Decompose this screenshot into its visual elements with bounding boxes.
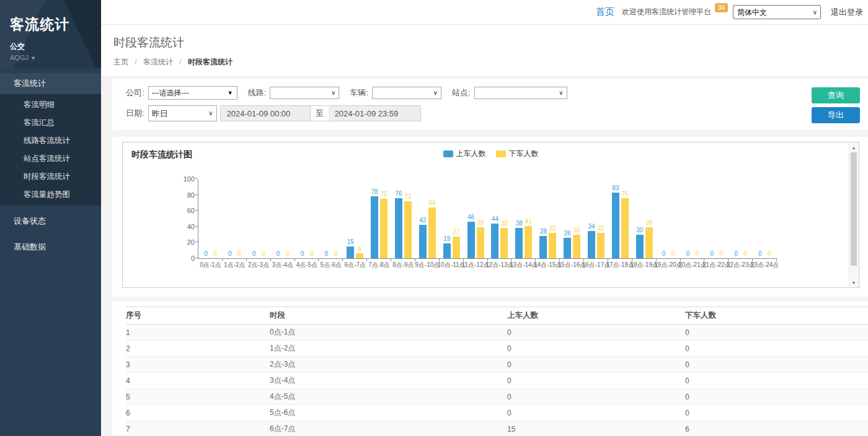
table-cell: 5 [126, 393, 270, 401]
y-axis-tick-label: 80 [176, 191, 195, 199]
app-logo-title: 客流统计 [10, 15, 101, 34]
table-row[interactable]: 76点-7点156 [126, 421, 868, 435]
vehicle-select[interactable] [372, 87, 441, 99]
scroll-up-icon[interactable]: ▲ [849, 143, 858, 152]
logout-link[interactable]: 退出登录 [831, 7, 863, 18]
bar-value-label: 72 [404, 193, 411, 201]
date-range-separator: 至 [311, 105, 329, 121]
sidebar-menu: 客流统计客流明细客流汇总线路客流统计站点客流统计时段客流统计客流量趋势图设备状态… [0, 73, 101, 258]
legend-label: 上车人数 [456, 149, 486, 159]
y-axis-tick [195, 226, 198, 227]
date-to-input[interactable] [329, 105, 421, 121]
y-axis-tick-label: 60 [176, 207, 195, 214]
breadcrumb-separator: / [135, 58, 136, 66]
line-select[interactable] [270, 87, 339, 99]
bar-boarding [419, 225, 427, 258]
table-row[interactable]: 21点-2点00 [126, 341, 868, 357]
boarding-bar-column: 0 [732, 180, 740, 258]
alighting-bar-column: 0 [332, 180, 340, 258]
filter-row-1: 公司: ---请选择--- ▼ 线路: ∨ [126, 86, 868, 100]
bar-boarding [395, 198, 402, 258]
alighting-bar-column: 27 [452, 180, 460, 258]
table-cell: 0 [507, 393, 685, 401]
bar-value-label: 0 [758, 250, 762, 258]
boarding-bar-column: 0 [756, 180, 764, 258]
bar-alighting [525, 226, 532, 258]
table-cell: 0 [507, 328, 685, 337]
company-select[interactable]: ---请选择--- [148, 86, 237, 100]
bar-boarding [371, 196, 378, 258]
boarding-bar-column: 76 [394, 180, 402, 258]
scrollbar-thumb[interactable] [851, 152, 857, 266]
scroll-down-icon[interactable]: ▼ [849, 278, 858, 287]
bar-value-label: 0 [711, 250, 714, 258]
station-filter: 站点: ∨ [452, 87, 567, 99]
org-selector[interactable]: AQGJ▼ [10, 54, 101, 61]
bar-value-label: 28 [540, 228, 547, 235]
bar-alighting [453, 237, 460, 258]
bar-value-label: 0 [310, 250, 314, 258]
sidebar-subitem[interactable]: 线路客流统计 [0, 132, 101, 150]
bar-group: 0019点-20点 [657, 180, 681, 258]
bar-value-label: 32 [549, 225, 556, 232]
chart-scrollbar[interactable]: ▲ ▼ [849, 143, 858, 287]
sidebar-subitem[interactable]: 站点客流统计 [0, 150, 101, 168]
bar-alighting [356, 253, 363, 258]
table-row[interactable]: 10点-1点00 [126, 325, 868, 341]
bar-value-label: 42 [419, 217, 426, 224]
y-axis-tick [195, 242, 198, 242]
boarding-bar-column: 0 [298, 180, 306, 258]
bar-group: 0022点-23点 [728, 180, 753, 258]
date-preset-select[interactable]: 昨日 [148, 105, 217, 121]
date-from-input[interactable] [220, 105, 311, 121]
sidebar-subitem[interactable]: 时段客流统计 [0, 168, 101, 186]
bar-value-label: 38 [501, 220, 508, 227]
bar-group: 1566点-7点 [343, 180, 367, 258]
filter-row-2: 日期: 昨日 ∨ 至 [126, 105, 868, 121]
y-axis-tick [195, 258, 198, 258]
sidebar-subitem[interactable]: 客流量趋势图 [0, 186, 101, 204]
home-link[interactable]: 首页 [596, 6, 614, 18]
bar-boarding [443, 243, 451, 258]
language-select[interactable]: 简体中文 [733, 5, 821, 19]
legend-item[interactable]: 下车人数 [496, 149, 539, 159]
export-button[interactable]: 导出 [812, 107, 860, 123]
topbar: 首页 欢迎使用客流统计管理平台 34 简体中文 ∨ 退出登录 [101, 0, 868, 25]
bar-value-label: 32 [597, 225, 604, 232]
table-cell: 6 [685, 425, 868, 434]
bar-value-label: 39 [477, 219, 484, 227]
table-cell: 0 [507, 409, 685, 417]
alighting-bar-column: 72 [404, 180, 412, 258]
sidebar-section[interactable]: 客流统计 [0, 73, 101, 94]
bar-value-label: 0 [325, 250, 329, 258]
table-row[interactable]: 43点-4点00 [126, 373, 868, 389]
table-row[interactable]: 65点-6点00 [126, 405, 868, 421]
bar-value-label: 76 [395, 190, 402, 198]
x-axis-label: 6点-7点 [344, 261, 365, 269]
bar-group: 42649点-10点 [415, 180, 440, 258]
boarding-bar-column: 38 [515, 180, 523, 258]
sidebar-subitem[interactable]: 客流汇总 [0, 114, 101, 132]
bar-value-label: 0 [720, 250, 724, 258]
notification-badge[interactable]: 34 [715, 3, 728, 12]
sidebar-section[interactable]: 基础数据 [0, 237, 101, 258]
boarding-bar-column: 28 [539, 180, 547, 258]
y-axis-tick [195, 210, 198, 211]
bar-value-label: 44 [492, 216, 498, 223]
bar-group: 192710点-11点 [440, 180, 464, 258]
table-row[interactable]: 32点-3点00 [126, 357, 868, 373]
sidebar-subitem[interactable]: 客流明细 [0, 96, 101, 114]
table-header-cell: 序号 [126, 310, 270, 321]
bar-group: 443812点-13点 [488, 180, 512, 258]
legend-item[interactable]: 上车人数 [443, 149, 486, 159]
sidebar-section[interactable]: 设备状态 [0, 211, 101, 232]
vehicle-filter: 车辆: ∨ [350, 87, 441, 99]
query-button[interactable]: 查询 [812, 87, 860, 103]
table-row[interactable]: 54点-5点00 [126, 389, 868, 405]
boarding-bar-column: 19 [443, 180, 451, 258]
station-select[interactable] [474, 87, 567, 99]
bar-boarding [564, 238, 571, 258]
bar-group: 343216点-17点 [584, 180, 608, 258]
breadcrumb-section[interactable]: 客流统计 [143, 58, 173, 66]
breadcrumb-home[interactable]: 主页 [113, 58, 128, 66]
